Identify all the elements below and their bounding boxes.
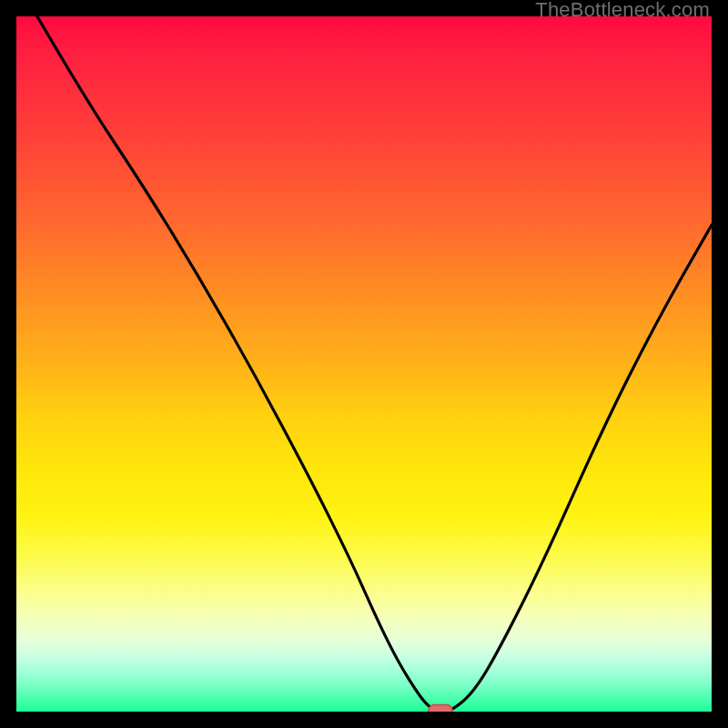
plot-area <box>16 16 712 712</box>
chart-frame: TheBottleneck.com <box>0 0 728 728</box>
curve-layer <box>16 16 712 712</box>
bottleneck-curve <box>37 16 712 712</box>
bottleneck-marker <box>429 705 452 713</box>
bottleneck-curve-group <box>37 16 712 712</box>
